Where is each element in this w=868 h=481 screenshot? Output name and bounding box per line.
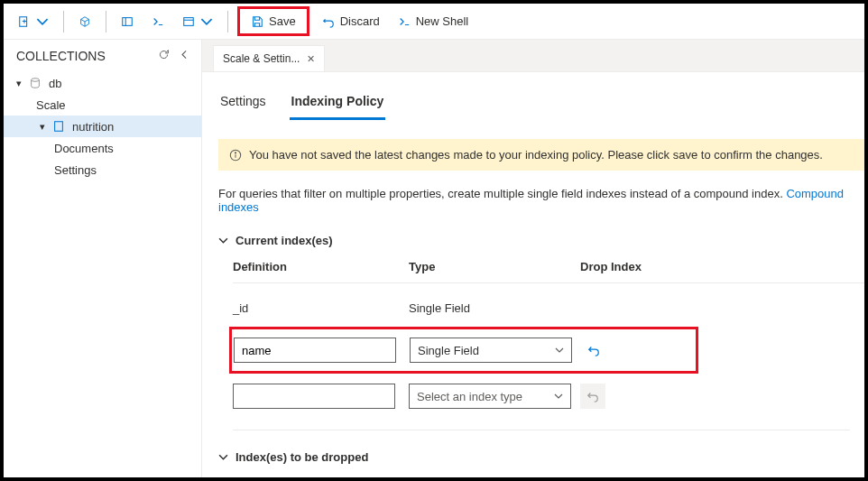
index-type-select[interactable]: Select an index type [409,384,571,409]
chevron-down-icon [36,15,49,28]
tree-nutrition-label: nutrition [72,120,114,134]
caret-down-icon: ▾ [16,78,25,89]
index-row: _id Single Field [233,291,864,325]
separator [227,11,228,32]
shell-icon [398,15,411,28]
folder-dropdown[interactable] [175,12,220,32]
svg-rect-6 [55,122,63,132]
panel-icon [121,15,134,28]
index-definition: _id [233,301,409,315]
index-type-value: Single Field [418,344,479,357]
save-highlight: Save [237,6,309,36]
section-dropped-indexes[interactable]: Index(es) to be dropped [218,450,864,464]
description-text: For queries that filter on multiple prop… [218,187,786,200]
new-dropdown[interactable] [11,12,56,32]
undo-icon [322,15,335,28]
discard-label: Discard [340,14,380,28]
save-button[interactable]: Save [244,11,303,32]
chevron-down-icon [555,346,564,355]
chevron-left-icon [179,49,190,60]
sidebar-title: COLLECTIONS [16,49,106,63]
section-dropped-label: Index(es) to be dropped [235,450,368,464]
warning-text: You have not saved the latest changes ma… [249,148,823,162]
discard-button[interactable]: Discard [315,11,387,32]
undo-icon [586,390,599,402]
subtab-settings[interactable]: Settings [218,88,268,120]
chevron-down-icon [218,452,228,462]
svg-point-5 [32,79,40,82]
tab-scale-settings[interactable]: Scale & Settin... ✕ [213,45,325,71]
refresh-button[interactable] [158,49,170,63]
shell-icon-button[interactable] [144,12,171,32]
unsaved-warning: You have not saved the latest changes ma… [218,139,864,171]
tab-label: Scale & Settin... [223,52,300,65]
tree-settings-label: Settings [54,163,97,177]
index-type-placeholder: Select an index type [417,390,522,403]
tree-nutrition[interactable]: ▾ nutrition [4,116,201,137]
col-header-type: Type [409,260,580,273]
tree: ▾ db Scale ▾ nutrition Documents Setting… [4,70,201,182]
save-icon [251,15,263,28]
document-tab-bar: Scale & Settin... ✕ [202,40,864,72]
tree-db-label: db [49,77,61,90]
info-icon [229,149,242,162]
collection-icon [52,120,65,133]
undo-index-button [580,384,605,409]
subtab-indexing-policy[interactable]: Indexing Policy [290,88,386,120]
undo-index-button[interactable] [581,338,606,363]
sidebar: COLLECTIONS ▾ db Scale ▾ nutr [4,40,202,477]
database-icon [29,77,42,89]
folder-icon [182,15,195,28]
section-current-label: Current index(es) [235,234,333,247]
index-row: Select an index type [233,379,864,413]
index-definition-input[interactable] [234,338,396,363]
save-label: Save [269,14,296,28]
undo-icon [587,344,600,356]
svg-point-9 [235,152,235,153]
svg-rect-1 [123,17,133,25]
tree-documents-label: Documents [54,142,114,155]
index-definition-input[interactable] [233,384,395,409]
col-header-definition: Definition [233,260,409,273]
svg-rect-3 [184,17,194,25]
refresh-icon [158,49,170,60]
new-shell-label: New Shell [416,14,469,28]
divider [233,430,850,430]
separator [63,11,64,32]
open-query-button[interactable] [71,12,98,32]
panel-button[interactable] [114,12,141,32]
new-shell-button[interactable]: New Shell [391,11,476,32]
chevron-down-icon [218,236,228,245]
description: For queries that filter on multiple prop… [218,187,864,214]
index-type-select[interactable]: Single Field [410,338,572,363]
index-table: Definition Type Drop Index _id Single Fi… [233,260,864,413]
col-header-drop: Drop Index [580,260,652,273]
index-type: Single Field [409,301,580,315]
separator [106,11,106,32]
section-current-indexes[interactable]: Current index(es) [218,234,864,247]
shell-icon [152,15,164,28]
index-row: Single Field [234,333,694,367]
cube-icon [78,15,91,28]
collapse-button[interactable] [179,49,190,63]
chevron-down-icon [554,392,563,401]
caret-down-icon: ▾ [40,121,49,133]
tree-documents[interactable]: Documents [4,137,201,159]
tree-scale[interactable]: Scale [4,94,201,116]
tree-db[interactable]: ▾ db [4,72,201,94]
chevron-down-icon [200,15,213,28]
tree-scale-label: Scale [36,98,66,112]
index-row-highlight: Single Field [229,327,698,374]
toolbar: Save Discard New Shell [4,4,864,40]
close-icon[interactable]: ✕ [307,53,315,65]
tree-settings[interactable]: Settings [4,159,201,180]
new-item-icon [18,15,31,28]
sub-tabs: Settings Indexing Policy [218,88,864,121]
